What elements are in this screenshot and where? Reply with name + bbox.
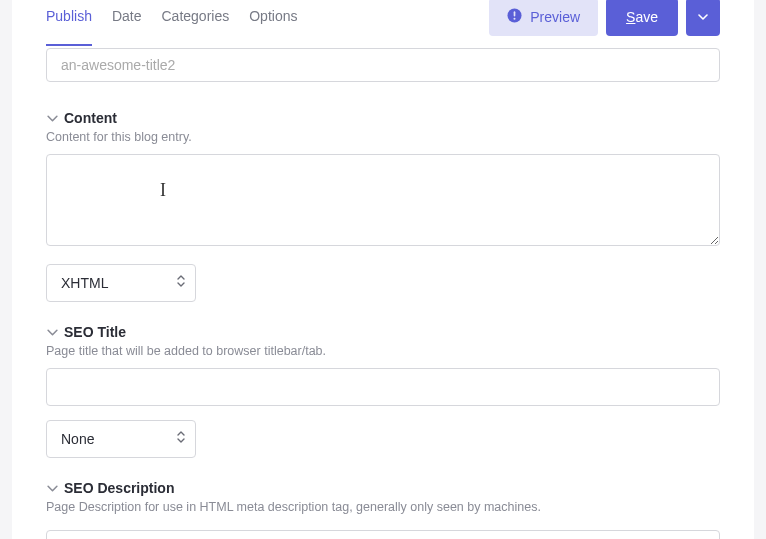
content-section: Content Content for this blog entry. XHT… bbox=[46, 110, 720, 302]
chevron-down-icon bbox=[46, 482, 58, 494]
tab-date[interactable]: Date bbox=[112, 8, 142, 46]
content-format-select[interactable]: XHTML bbox=[46, 264, 196, 302]
seo-title-header[interactable]: SEO Title bbox=[46, 324, 720, 340]
slug-value: an-awesome-title2 bbox=[61, 57, 175, 73]
content-help: Content for this blog entry. bbox=[46, 130, 720, 144]
seo-description-title: SEO Description bbox=[64, 480, 174, 496]
preview-button[interactable]: Preview bbox=[489, 0, 598, 36]
seo-description-input[interactable] bbox=[46, 530, 720, 539]
alert-icon bbox=[507, 8, 522, 26]
action-bar: Preview Save bbox=[489, 0, 720, 36]
seo-title-help: Page title that will be added to browser… bbox=[46, 344, 720, 358]
seo-description-help: Page Description for use in HTML meta de… bbox=[46, 500, 720, 514]
save-dropdown-button[interactable] bbox=[686, 0, 720, 36]
content-header[interactable]: Content bbox=[46, 110, 720, 126]
svg-point-2 bbox=[514, 18, 516, 20]
content-title: Content bbox=[64, 110, 117, 126]
save-label: Save bbox=[626, 9, 658, 25]
content-textarea[interactable] bbox=[46, 154, 720, 246]
seo-description-section: SEO Description Page Description for use… bbox=[46, 480, 720, 539]
svg-rect-1 bbox=[514, 11, 516, 16]
save-button[interactable]: Save bbox=[606, 0, 678, 36]
tab-options[interactable]: Options bbox=[249, 8, 297, 46]
chevron-down-icon bbox=[46, 112, 58, 124]
preview-label: Preview bbox=[530, 9, 580, 25]
chevron-down-icon bbox=[698, 9, 708, 25]
seo-title-section: SEO Title Page title that will be added … bbox=[46, 324, 720, 458]
seo-title-format-value: None bbox=[61, 431, 94, 447]
tab-categories[interactable]: Categories bbox=[162, 8, 230, 46]
content-format-value: XHTML bbox=[61, 275, 108, 291]
seo-title-title: SEO Title bbox=[64, 324, 126, 340]
slug-input[interactable]: an-awesome-title2 bbox=[46, 48, 720, 82]
seo-title-format-select[interactable]: None bbox=[46, 420, 196, 458]
seo-title-input[interactable] bbox=[46, 368, 720, 406]
chevron-down-icon bbox=[46, 326, 58, 338]
tabs: Publish Date Categories Options bbox=[46, 0, 297, 46]
seo-description-header[interactable]: SEO Description bbox=[46, 480, 720, 496]
tab-publish[interactable]: Publish bbox=[46, 8, 92, 46]
